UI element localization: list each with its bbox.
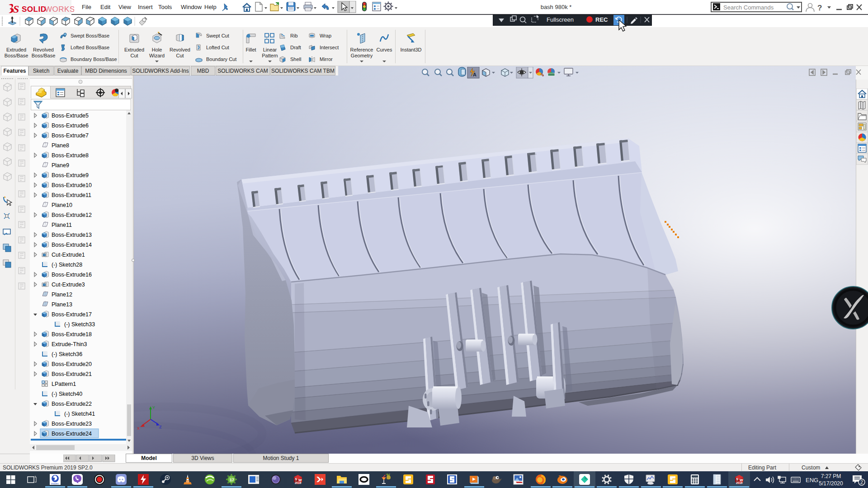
svg-text:Extrude-Thin3: Extrude-Thin3 [52, 341, 87, 347]
svg-text:Plane12: Plane12 [52, 291, 72, 298]
svg-text:Plane8: Plane8 [52, 142, 69, 149]
svg-text:Boss-Extrude11: Boss-Extrude11 [52, 192, 91, 198]
svg-text:SOLID: SOLID [22, 5, 46, 14]
svg-text:Boss-Extrude12: Boss-Extrude12 [52, 212, 92, 218]
svg-text:Fullscreen: Fullscreen [547, 16, 574, 23]
svg-text:Cut-Extrude3: Cut-Extrude3 [52, 282, 85, 288]
svg-text:Cut-Extrude1: Cut-Extrude1 [52, 252, 85, 258]
svg-text:(-) Sketch36: (-) Sketch36 [52, 351, 82, 357]
svg-text:Plane11: Plane11 [52, 222, 72, 228]
svg-text:Plane10: Plane10 [52, 202, 72, 208]
svg-text:2: 2 [860, 479, 863, 485]
svg-text:A: A [473, 72, 476, 77]
svg-text:Boss-Extrude22: Boss-Extrude22 [52, 401, 92, 407]
svg-text:17: 17 [230, 478, 234, 482]
svg-text:(-) Sketch28: (-) Sketch28 [52, 262, 82, 268]
svg-text:?: ? [817, 4, 822, 12]
svg-text:Boss-Extrude13: Boss-Extrude13 [52, 232, 92, 238]
svg-text:Boss-Extrude6: Boss-Extrude6 [52, 122, 89, 129]
svg-text:S: S [295, 477, 297, 481]
svg-text:Boss-Extrude10: Boss-Extrude10 [52, 182, 92, 188]
svg-text:S: S [736, 477, 739, 481]
svg-text:S: S [13, 3, 19, 14]
svg-text:trocen: trocen [51, 482, 59, 485]
svg-text:x: x [667, 222, 669, 226]
svg-text:WORKS: WORKS [45, 5, 74, 14]
svg-text:Boss-Extrude14: Boss-Extrude14 [52, 242, 92, 248]
svg-text:(-) Sketch41: (-) Sketch41 [64, 411, 95, 417]
svg-text:Boss-Extrude18: Boss-Extrude18 [52, 331, 92, 338]
svg-text:(-) Sketch33: (-) Sketch33 [64, 321, 95, 328]
svg-text:Boss-Extrude5: Boss-Extrude5 [52, 113, 89, 119]
svg-text:2019: 2019 [295, 481, 302, 484]
svg-text:Boss-Extrude8: Boss-Extrude8 [52, 152, 89, 159]
svg-text:2019: 2019 [736, 481, 743, 484]
svg-text:Boss-Extrude23: Boss-Extrude23 [52, 421, 92, 427]
svg-text:REC: REC [595, 16, 608, 23]
svg-text:Boss-Extrude17: Boss-Extrude17 [52, 311, 92, 318]
svg-text:Boss-Extrude24: Boss-Extrude24 [52, 431, 92, 437]
svg-text:LPattern1: LPattern1 [52, 381, 76, 387]
svg-text:Boss-Extrude16: Boss-Extrude16 [52, 272, 92, 278]
svg-text:Boss-Extrude9: Boss-Extrude9 [52, 172, 89, 178]
svg-text:Boss-Extrude7: Boss-Extrude7 [52, 132, 89, 139]
svg-text:Plane9: Plane9 [52, 162, 69, 169]
svg-text:(-) Sketch40: (-) Sketch40 [52, 391, 82, 397]
svg-text:Boss-Extrude21: Boss-Extrude21 [52, 371, 92, 377]
svg-text:Plane13: Plane13 [52, 301, 72, 308]
svg-text:Boss-Extrude20: Boss-Extrude20 [52, 361, 92, 367]
